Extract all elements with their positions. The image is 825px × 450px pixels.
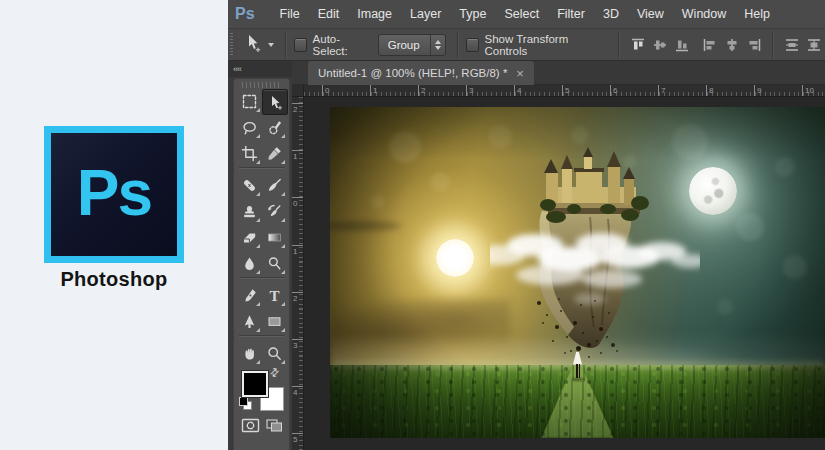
menu-item-type[interactable]: Type [450, 7, 495, 21]
rectangle-shape-tool[interactable] [262, 309, 286, 333]
distribute-horizontal-centers-button[interactable] [804, 34, 824, 56]
vruler-label: 3 [293, 339, 297, 350]
menu-item-layer[interactable]: Layer [401, 7, 450, 21]
hruler-label: 4 [514, 86, 521, 95]
dodge-tool[interactable] [262, 251, 286, 275]
screenshot-root: Ps Photoshop Ps FileEditImageLayerTypeSe… [0, 0, 825, 450]
spot-healing-brush-tool[interactable] [237, 173, 261, 197]
auto-select-checkbox[interactable] [294, 38, 307, 52]
photoshop-logo: Ps [44, 126, 184, 263]
app-name-label: Photoshop [0, 268, 228, 291]
blur-tool[interactable] [237, 251, 261, 275]
vruler-label: 2 [293, 103, 297, 114]
separator [618, 32, 620, 58]
tools-panel: T ⇄ [233, 78, 290, 450]
menu-bar: Ps FileEditImageLayerTypeSelectFilter3DV… [228, 0, 825, 29]
hruler-label: 6 [610, 86, 617, 95]
default-colors-icon[interactable] [239, 397, 252, 410]
horizontal-type-tool[interactable]: T [262, 283, 286, 307]
zoom-tool[interactable] [262, 341, 286, 365]
align-top-edges-button[interactable] [628, 34, 648, 56]
menu-items: FileEditImageLayerTypeSelectFilter3DView… [271, 7, 779, 21]
horizontal-ruler[interactable]: 012345678910 [304, 85, 825, 97]
separator [457, 32, 459, 58]
tools-panel-grip[interactable] [242, 82, 281, 88]
document-tab[interactable]: Untitled-1 @ 100% (HELP!, RGB/8) * × [308, 61, 534, 85]
quick-mask-mode-button[interactable] [239, 417, 261, 433]
vruler-label: 1 [293, 150, 297, 161]
brand-panel: Ps Photoshop [0, 0, 228, 450]
screen-mode-button[interactable] [264, 417, 286, 433]
eyedropper-tool[interactable] [262, 141, 286, 165]
vruler-label: 4 [293, 386, 297, 397]
document-image [330, 107, 825, 438]
dropdown-spinner-icon[interactable] [430, 35, 445, 55]
history-brush-tool[interactable] [262, 199, 286, 223]
move-tool[interactable] [262, 89, 288, 115]
move-tool-icon [243, 33, 263, 57]
vruler-label: 2 [293, 292, 297, 303]
separator [285, 32, 287, 58]
group-dropdown-value: Group [379, 39, 430, 51]
menu-item-help[interactable]: Help [735, 7, 779, 21]
hruler-label: 7 [658, 86, 665, 95]
tools-panel-collapse-button[interactable]: «« [228, 61, 292, 77]
lasso-tool[interactable] [237, 115, 261, 139]
vruler-label: 5 [293, 433, 297, 444]
menu-item-select[interactable]: Select [495, 7, 548, 21]
gradient-tool[interactable] [262, 225, 286, 249]
collapse-chevrons-icon: «« [233, 64, 241, 74]
menu-item-window[interactable]: Window [673, 7, 735, 21]
tools-divider [239, 167, 284, 169]
hruler-label: 5 [562, 86, 569, 95]
photoshop-window: Ps FileEditImageLayerTypeSelectFilter3DV… [228, 0, 825, 450]
menu-item-view[interactable]: View [628, 7, 673, 21]
menu-item-3d[interactable]: 3D [594, 7, 628, 21]
menu-item-filter[interactable]: Filter [548, 7, 594, 21]
vertical-ruler[interactable]: 21012345 [292, 97, 304, 450]
eraser-tool[interactable] [237, 225, 261, 249]
align-right-edges-button[interactable] [744, 34, 764, 56]
pen-tool[interactable] [237, 283, 261, 307]
brush-tool[interactable] [262, 173, 286, 197]
hruler-label: 0 [322, 86, 329, 95]
hruler-label: 10 [802, 86, 814, 95]
swap-colors-icon[interactable]: ⇄ [267, 365, 283, 381]
crop-tool[interactable] [237, 141, 261, 165]
show-transform-label: Show Transform Controls [485, 33, 603, 57]
menu-item-file[interactable]: File [271, 7, 309, 21]
vignette-overlay [330, 107, 825, 438]
group-layer-dropdown[interactable]: Group [378, 34, 446, 56]
align-bottom-edges-button[interactable] [672, 34, 692, 56]
menu-item-image[interactable]: Image [348, 7, 401, 21]
distribute-vertical-centers-button[interactable] [782, 34, 802, 56]
clone-stamp-tool[interactable] [237, 199, 261, 223]
align-left-edges-button[interactable] [700, 34, 720, 56]
path-selection-tool[interactable] [237, 309, 261, 333]
options-bar-grip[interactable] [230, 33, 233, 57]
hruler-label: 8 [706, 86, 713, 95]
svg-text:T: T [269, 287, 279, 303]
hruler-label: 1 [370, 86, 377, 95]
quick-selection-tool[interactable] [262, 115, 286, 139]
tool-preset-caret-icon[interactable] [268, 43, 274, 47]
ps-menubar-logo: Ps [235, 5, 255, 23]
active-tool-button[interactable] [239, 31, 278, 59]
align-vertical-centers-button[interactable] [650, 34, 670, 56]
tools-divider [239, 335, 284, 337]
show-transform-checkbox[interactable] [466, 38, 479, 52]
tools-divider [239, 277, 284, 279]
document-area: Untitled-1 @ 100% (HELP!, RGB/8) * × 012… [292, 61, 825, 450]
foreground-color-swatch[interactable] [242, 371, 268, 397]
menu-item-edit[interactable]: Edit [309, 7, 349, 21]
workspace: «« [228, 61, 825, 450]
rectangular-marquee-tool[interactable] [237, 89, 261, 113]
hruler-label: 9 [754, 86, 761, 95]
ruler-origin-corner[interactable] [292, 85, 304, 97]
tab-close-icon[interactable]: × [516, 67, 524, 80]
align-horizontal-centers-button[interactable] [722, 34, 742, 56]
separator [772, 32, 774, 58]
options-bar: Auto-Select: Group Show Transform Contro… [228, 29, 825, 61]
hand-tool[interactable] [237, 341, 261, 365]
canvas[interactable] [304, 97, 825, 450]
